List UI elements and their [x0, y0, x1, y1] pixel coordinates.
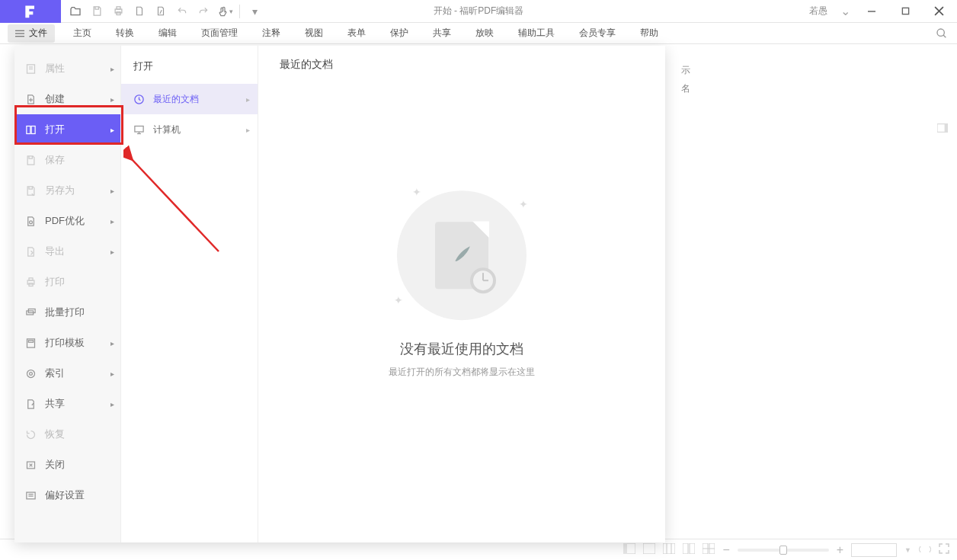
close-button[interactable] [923, 0, 954, 23]
empty-title: 没有最近使用的文档 [389, 340, 535, 358]
sb-layout3-icon[interactable] [663, 543, 675, 557]
chevron-right-icon: ▸ [110, 126, 114, 134]
file-menu-share[interactable]: 共享▸ [14, 389, 120, 419]
qat-hand-icon[interactable]: ▾ [216, 3, 233, 20]
file-menu-save-as[interactable]: 另存为▸ [14, 175, 120, 206]
fullscreen-icon[interactable] [939, 543, 949, 557]
file-menu-item-label: 共享 [45, 397, 65, 411]
file-menu-create[interactable]: 创建▸ [14, 84, 120, 114]
feather-icon [452, 245, 472, 264]
hamburger-icon [15, 30, 24, 37]
file-menu-template[interactable]: 打印模板▸ [14, 328, 120, 358]
zoom-thumb[interactable] [779, 546, 787, 555]
file-menu-preferences[interactable]: 偏好设置 [14, 480, 120, 510]
zoom-value-box[interactable] [851, 543, 897, 557]
qat-open-icon[interactable] [67, 3, 84, 20]
file-menu-sidebar: 属性▸ 创建▸ 打开▸ 保存 另存为▸ PDF优化▸ 导出▸ 打印 批量打印 打… [14, 46, 121, 542]
qat-redo-icon[interactable] [195, 3, 212, 20]
chevron-right-icon: ▸ [110, 65, 114, 73]
file-menu-batch-print[interactable]: 批量打印 [14, 297, 120, 328]
file-menu-index[interactable]: 索引▸ [14, 358, 120, 389]
chevron-right-icon: ▸ [246, 126, 250, 134]
tab-edit[interactable]: 编辑 [146, 23, 189, 43]
file-menu-item-label: 导出 [45, 245, 65, 258]
user-name[interactable]: 若愚 [809, 5, 827, 18]
minimize-button[interactable] [856, 0, 887, 23]
zoom-out-button[interactable]: − [722, 543, 729, 557]
qat-doc2-icon[interactable] [152, 3, 169, 20]
qat-save-icon[interactable] [88, 3, 105, 20]
file-menu-item-label: 打印 [45, 275, 65, 289]
file-menu-export[interactable]: 导出▸ [14, 236, 120, 267]
tab-convert[interactable]: 转换 [104, 23, 146, 43]
svg-rect-23 [29, 277, 33, 280]
file-tab[interactable]: 文件 [8, 24, 55, 43]
svg-rect-19 [26, 126, 30, 133]
file-menu-item-label: 属性 [45, 62, 65, 75]
sb-layout1-icon[interactable] [623, 543, 635, 557]
batch-print-icon [24, 307, 37, 318]
sb-layout2-icon[interactable] [643, 543, 655, 557]
file-menu-properties[interactable]: 属性▸ [14, 53, 120, 84]
restore-icon [24, 429, 37, 440]
sparkle-icon: ✦ [519, 198, 528, 210]
share-icon [24, 398, 37, 410]
tab-protect[interactable]: 保护 [378, 23, 421, 43]
template-icon [24, 338, 37, 349]
file-menu-open[interactable]: 打开▸ [14, 114, 120, 145]
file-menu-item-label: 另存为 [45, 184, 75, 197]
tab-share[interactable]: 共享 [421, 23, 463, 43]
user-dropdown-icon[interactable]: ⌄ [837, 0, 853, 23]
chevron-right-icon: ▸ [110, 217, 114, 226]
open-sources-panel: 打开 最近的文档 ▸ 计算机 ▸ [121, 46, 258, 542]
zoom-in-button[interactable]: + [837, 543, 843, 557]
file-menu-print[interactable]: 打印 [14, 267, 120, 297]
open-computer[interactable]: 计算机 ▸ [121, 114, 258, 145]
tab-slideshow[interactable]: 放映 [463, 23, 506, 43]
tab-accessibility[interactable]: 辅助工具 [506, 23, 567, 43]
file-menu-optimize[interactable]: PDF优化▸ [14, 206, 120, 236]
svg-rect-38 [134, 126, 142, 132]
clock-badge-icon [470, 267, 496, 293]
zoom-dropdown-icon[interactable]: ▼ [904, 546, 911, 554]
chevron-right-icon: ▸ [110, 400, 114, 408]
tab-form[interactable]: 表单 [335, 23, 378, 43]
file-menu-item-label: 索引 [45, 366, 65, 380]
tab-help[interactable]: 帮助 [628, 23, 671, 43]
sparkle-icon: ✦ [394, 294, 403, 306]
right-panel-toggle-icon[interactable] [937, 122, 948, 136]
file-menu-close[interactable]: 关闭 [14, 450, 120, 480]
tab-comment[interactable]: 注释 [250, 23, 293, 43]
open-recent-documents[interactable]: 最近的文档 ▸ [121, 84, 258, 114]
file-menu-item-label: 偏好设置 [45, 488, 85, 502]
titlebar: ▾ ▾ 开始 - 福昕PDF编辑器 若愚 ⌄ [0, 0, 957, 23]
index-icon [24, 368, 37, 379]
open-icon [24, 124, 37, 136]
close-file-icon [24, 459, 37, 471]
sb-layout5-icon[interactable] [703, 543, 715, 557]
file-menu-item-label: 恢复 [45, 427, 65, 441]
qat-customize-icon[interactable]: ▾ [246, 3, 263, 20]
file-menu-restore[interactable]: 恢复 [14, 419, 120, 450]
svg-rect-49 [690, 543, 695, 554]
tab-vip[interactable]: 会员专享 [567, 23, 628, 43]
search-icon[interactable] [936, 27, 948, 40]
zoom-slider[interactable] [738, 549, 829, 552]
qat-undo-icon[interactable] [174, 3, 190, 20]
file-menu-save[interactable]: 保存 [14, 145, 120, 175]
tab-page-manage[interactable]: 页面管理 [189, 23, 250, 43]
qat-doc1-icon[interactable] [131, 3, 148, 20]
create-icon [24, 94, 37, 105]
tab-view[interactable]: 视图 [293, 23, 335, 43]
print-icon [24, 277, 37, 288]
empty-state: ✦ ✦ ✦ 没有最近使用的文档 最近打开的所有文档都将显示在这里 [389, 190, 535, 379]
properties-icon [24, 63, 37, 75]
maximize-button[interactable] [890, 0, 920, 23]
window-title: 开始 - 福昕PDF编辑器 [434, 5, 524, 18]
qat-print-icon[interactable] [110, 3, 126, 20]
tab-home[interactable]: 主页 [61, 23, 104, 43]
fit-width-icon[interactable] [919, 543, 931, 557]
svg-rect-1 [117, 7, 120, 9]
sb-layout4-icon[interactable] [683, 543, 695, 557]
app-logo [0, 0, 61, 23]
